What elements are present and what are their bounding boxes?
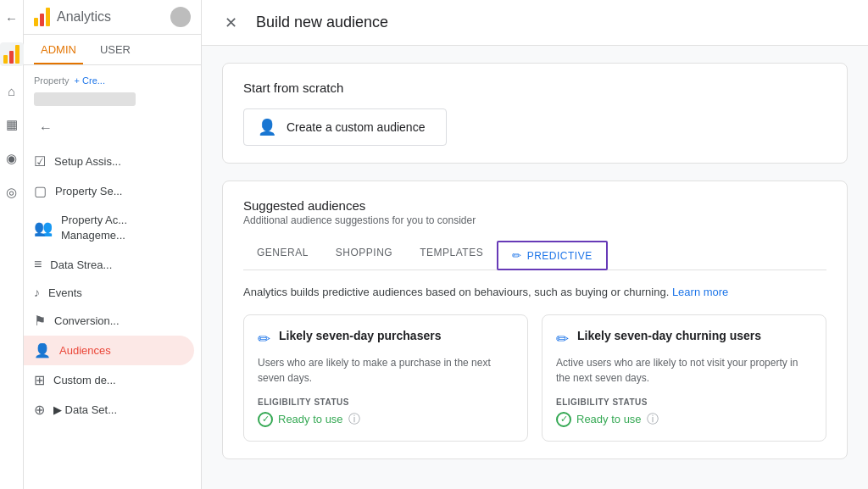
back-arrow-btn[interactable]: ← <box>34 116 58 140</box>
admin-user-tabs: ADMIN USER <box>24 35 201 65</box>
tab-user[interactable]: USER <box>93 35 137 64</box>
tab-shopping[interactable]: SHOPPING <box>322 240 406 270</box>
analytics-title: Analytics <box>57 9 164 25</box>
left-panel: Analytics ADMIN USER Property + Cre... ←… <box>24 0 202 489</box>
suggested-title: Suggested audiences <box>243 198 826 213</box>
churning-card-icon: ✏ <box>556 330 569 348</box>
property-access-icon: 👥 <box>34 219 53 237</box>
reports-icon[interactable]: ▦ <box>3 115 21 134</box>
from-scratch-title: Start from scratch <box>243 81 826 95</box>
menu-item-conversions[interactable]: ⚑ Conversion... <box>24 306 194 336</box>
explore-icon[interactable]: ◉ <box>3 149 21 168</box>
property-section-label: Property + Cre... <box>24 65 201 89</box>
tab-general[interactable]: GENERAL <box>243 240 322 270</box>
menu-item-setup-label: Setup Assis... <box>54 155 121 168</box>
setup-icon: ☑ <box>34 153 46 169</box>
analytics-logo-icon <box>0 42 24 66</box>
purchasers-info-icon[interactable]: ⓘ <box>348 412 360 427</box>
tab-predictive-label: PREDICTIVE <box>527 250 593 262</box>
menu-item-custom-def[interactable]: ⊞ Custom de... <box>24 365 194 395</box>
menu-item-custom-def-label: Custom de... <box>53 374 116 386</box>
audience-tabs: GENERAL SHOPPING TEMPLATES ✏ PREDICTIVE <box>243 240 826 270</box>
churning-info-icon[interactable]: ⓘ <box>647 412 659 427</box>
menu-item-data-settings[interactable]: ⊕ ▶ Data Set... <box>24 395 194 425</box>
menu-item-property-settings-label: Property Se... <box>55 185 122 197</box>
churning-status-text: Ready to use <box>576 413 642 425</box>
create-property-btn[interactable]: + Cre... <box>75 75 105 86</box>
property-name-blurred <box>34 92 136 106</box>
audiences-icon: 👤 <box>34 342 51 358</box>
menu-item-events[interactable]: ♪ Events <box>24 279 194 306</box>
purchasers-status-check-icon: ✓ <box>258 412 273 427</box>
learn-more-link[interactable]: Learn more <box>672 286 728 298</box>
purchasers-status-row: ✓ Ready to use ⓘ <box>258 412 514 427</box>
dialog-header: ✕ Build new audience <box>202 0 868 46</box>
churning-status-row: ✓ Ready to use ⓘ <box>556 412 812 427</box>
churning-eligibility-label: ELIGIBILITY STATUS <box>556 397 812 407</box>
analytics-logo <box>34 8 50 26</box>
custom-def-icon: ⊞ <box>34 372 45 388</box>
right-panel: ✕ Build new audience Start from scratch … <box>202 0 868 489</box>
purchasers-eligibility-label: ELIGIBILITY STATUS <box>258 397 514 407</box>
create-custom-audience-btn[interactable]: 👤 Create a custom audience <box>243 108 447 146</box>
back-button[interactable]: ← <box>3 8 21 27</box>
audience-card-churning[interactable]: ✏ Likely seven-day churning users Active… <box>542 314 826 442</box>
menu-item-events-label: Events <box>48 286 82 299</box>
menu-item-audiences[interactable]: 👤 Audiences <box>24 336 194 365</box>
audience-card-purchasers[interactable]: ✏ Likely seven-day purchasers Users who … <box>243 314 528 442</box>
menu-item-setup[interactable]: ☑ Setup Assis... <box>24 147 194 176</box>
property-settings-icon: ▢ <box>34 183 47 199</box>
close-button[interactable]: ✕ <box>219 11 242 35</box>
menu-item-data-streams[interactable]: ≡ Data Strea... <box>24 250 194 279</box>
profile-avatar[interactable] <box>170 7 191 27</box>
menu-item-audiences-label: Audiences <box>59 344 111 357</box>
dialog-title: Build new audience <box>256 14 388 31</box>
back-row: ← <box>24 113 201 143</box>
data-streams-icon: ≡ <box>34 257 42 272</box>
purchasers-status-text: Ready to use <box>278 413 343 425</box>
purchasers-card-desc: Users who are likely to make a purchase … <box>258 355 514 386</box>
menu-item-data-streams-label: Data Strea... <box>50 258 112 271</box>
create-custom-label: Create a custom audience <box>287 120 425 134</box>
home-icon[interactable]: ⌂ <box>3 81 21 100</box>
events-icon: ♪ <box>34 286 40 299</box>
menu-item-property-settings[interactable]: ▢ Property Se... <box>24 176 194 206</box>
dialog-content: Start from scratch 👤 Create a custom aud… <box>202 46 868 489</box>
advertising-icon[interactable]: ◎ <box>3 183 21 202</box>
create-custom-user-icon: 👤 <box>258 118 276 136</box>
menu-item-conversions-label: Conversion... <box>54 314 120 327</box>
purchasers-card-icon: ✏ <box>258 330 270 348</box>
churning-status-check-icon: ✓ <box>556 412 571 427</box>
menu-item-data-settings-label: ▶ Data Set... <box>53 403 117 416</box>
churning-card-header: ✏ Likely seven-day churning users <box>556 329 812 348</box>
churning-card-title: Likely seven-day churning users <box>577 329 761 342</box>
start-from-scratch-card: Start from scratch 👤 Create a custom aud… <box>222 63 848 164</box>
data-settings-icon: ⊕ <box>34 402 45 418</box>
audience-cards-row: ✏ Likely seven-day purchasers Users who … <box>243 314 826 442</box>
menu-item-property-access[interactable]: 👥 Property Ac...Manageme... <box>24 206 194 250</box>
panel-header: Analytics <box>24 0 201 35</box>
predictive-icon: ✏ <box>512 249 522 262</box>
icon-sidebar: ← ⌂ ▦ ◉ ◎ <box>0 0 24 489</box>
menu-item-property-access-label: Property Ac...Manageme... <box>61 213 127 243</box>
purchasers-card-title: Likely seven-day purchasers <box>279 329 441 342</box>
conversions-icon: ⚑ <box>34 313 46 329</box>
predictive-description: Analytics builds predictive audiences ba… <box>243 284 826 301</box>
suggested-audiences-card: Suggested audiences Additional audience … <box>222 181 848 459</box>
suggested-subtitle: Additional audience suggestions for you … <box>243 214 826 226</box>
tab-templates[interactable]: TEMPLATES <box>406 240 497 270</box>
churning-card-desc: Active users who are likely to not visit… <box>556 355 812 386</box>
tab-admin[interactable]: ADMIN <box>34 35 83 64</box>
tab-predictive[interactable]: ✏ PREDICTIVE <box>497 241 608 270</box>
purchasers-card-header: ✏ Likely seven-day purchasers <box>258 329 514 348</box>
